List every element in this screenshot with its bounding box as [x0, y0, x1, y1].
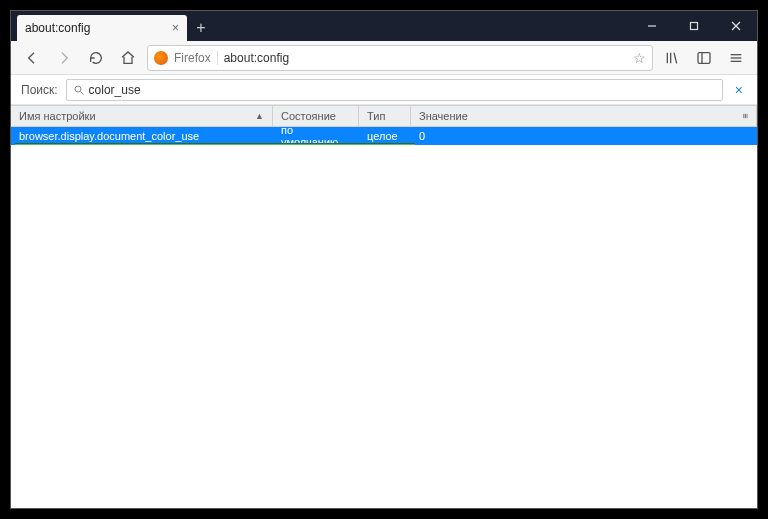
sidebar-button[interactable]	[691, 45, 717, 71]
column-picker-button[interactable]	[735, 106, 757, 126]
search-input[interactable]: color_use	[66, 79, 723, 101]
window-controls	[631, 11, 757, 41]
column-headers: Имя настройки ▲ Состояние Тип Значение	[11, 105, 757, 127]
new-tab-button[interactable]: +	[187, 15, 215, 41]
tab-aboutconfig[interactable]: about:config ×	[17, 15, 187, 41]
svg-line-13	[80, 91, 83, 94]
firefox-icon	[154, 51, 168, 65]
close-button[interactable]	[715, 11, 757, 41]
svg-rect-14	[744, 114, 746, 116]
empty-area	[11, 145, 757, 508]
titlebar: about:config × +	[11, 11, 757, 41]
close-icon[interactable]: ×	[172, 21, 179, 35]
svg-line-6	[674, 52, 677, 63]
nav-toolbar: Firefox about:config ☆	[11, 41, 757, 75]
forward-button[interactable]	[51, 45, 77, 71]
home-button[interactable]	[115, 45, 141, 71]
url-text: about:config	[224, 51, 627, 65]
clear-search-button[interactable]: ×	[731, 82, 747, 98]
column-value[interactable]: Значение	[411, 106, 735, 126]
column-state[interactable]: Состояние	[273, 106, 359, 126]
bookmark-star-icon[interactable]: ☆	[633, 50, 646, 66]
minimize-button[interactable]	[631, 11, 673, 41]
library-button[interactable]	[659, 45, 685, 71]
svg-rect-1	[691, 23, 698, 30]
maximize-button[interactable]	[673, 11, 715, 41]
svg-rect-7	[698, 52, 710, 63]
url-bar[interactable]: Firefox about:config ☆	[147, 45, 653, 71]
highlight-underline	[15, 143, 415, 145]
pref-type: целое	[359, 130, 411, 142]
column-type[interactable]: Тип	[359, 106, 411, 126]
search-label: Поиск:	[21, 83, 58, 97]
svg-rect-17	[746, 116, 748, 118]
tab-title: about:config	[25, 21, 166, 35]
pref-value: 0	[411, 130, 757, 142]
menu-button[interactable]	[723, 45, 749, 71]
column-name[interactable]: Имя настройки ▲	[11, 106, 273, 126]
browser-window: about:config × +	[10, 10, 758, 509]
config-search-bar: Поиск: color_use ×	[11, 75, 757, 105]
svg-rect-16	[744, 116, 746, 118]
search-value: color_use	[89, 83, 141, 97]
svg-point-12	[75, 86, 81, 92]
svg-rect-15	[746, 114, 748, 116]
identity-label: Firefox	[174, 51, 218, 65]
search-icon	[73, 84, 85, 96]
sort-indicator-icon: ▲	[255, 111, 264, 121]
pref-row[interactable]: browser.display.document_color_use по ум…	[11, 127, 757, 145]
pref-name: browser.display.document_color_use	[11, 130, 273, 142]
back-button[interactable]	[19, 45, 45, 71]
reload-button[interactable]	[83, 45, 109, 71]
